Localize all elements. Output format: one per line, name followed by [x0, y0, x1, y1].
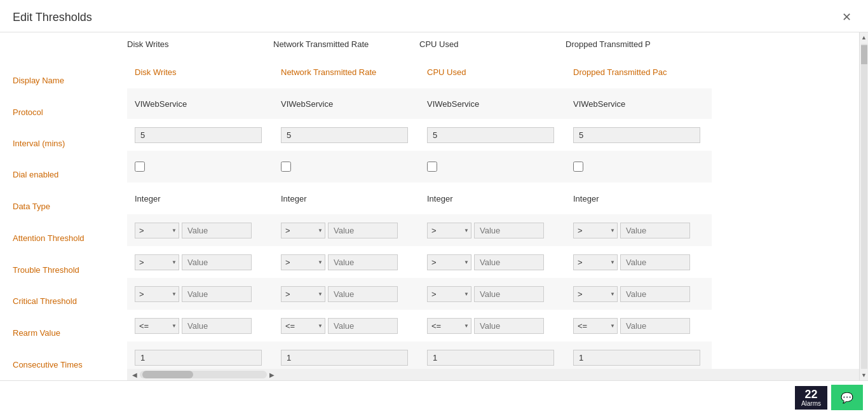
alarms-count: 22	[804, 389, 817, 400]
attention-operator-0[interactable]: >>=<<==!=	[135, 223, 179, 238]
col-header-3: Dropped Transmitted P	[566, 32, 712, 55]
dial-checkbox-1[interactable]	[281, 162, 291, 172]
table-cell[interactable]: >>=<<==!=	[127, 278, 273, 310]
attention-value-0[interactable]	[182, 223, 252, 238]
table-cell[interactable]	[273, 342, 419, 369]
table-cell[interactable]	[566, 151, 712, 183]
interval-input-0[interactable]	[135, 127, 262, 143]
rearm-operator-0[interactable]: <=<>>==!=	[135, 318, 179, 334]
critical-operator-0[interactable]: >>=<<==!=	[135, 286, 179, 302]
table-cell[interactable]	[419, 119, 566, 151]
horizontal-scrollbar[interactable]: ◀ ▶	[127, 369, 859, 380]
col-header-0: Disk Writes	[127, 32, 273, 55]
rearm-operator-3[interactable]: <=<>>==!=	[573, 318, 618, 334]
dial-checkbox-2[interactable]	[427, 162, 437, 172]
consecutive-input-3[interactable]	[573, 350, 700, 366]
table-cell[interactable]: >>=<<==!=	[127, 246, 273, 278]
trouble-value-1[interactable]	[328, 254, 398, 270]
critical-operator-3[interactable]: >>=<<==!=	[573, 286, 618, 302]
table-cell[interactable]: >>=<<==!=	[566, 214, 712, 246]
table-cell[interactable]: >>=<<==!=	[273, 246, 419, 278]
table-cell[interactable]: <=<>>==!=	[566, 310, 712, 342]
v-scroll-thumb[interactable]	[861, 45, 867, 64]
table-cell[interactable]	[419, 151, 566, 183]
table-cell[interactable]	[127, 151, 273, 183]
attention-operator-1[interactable]: >>=<<==!=	[281, 223, 325, 238]
trouble-operator-3[interactable]: >>=<<==!=	[573, 254, 618, 270]
trouble-value-2[interactable]	[474, 254, 544, 270]
scrollbar-track[interactable]	[140, 371, 267, 378]
attention-value-3[interactable]	[620, 223, 690, 238]
attention-operator-2[interactable]: >>=<<==!=	[427, 223, 471, 238]
interval-input-1[interactable]	[281, 127, 408, 143]
table-cell[interactable]: >>=<<==!=	[273, 278, 419, 310]
scroll-up-arrow[interactable]: ▲	[861, 32, 867, 43]
consecutive-input-0[interactable]	[135, 350, 262, 366]
interval-input-2[interactable]	[427, 127, 554, 143]
rearm-operator-1[interactable]: <=<>>==!=	[281, 318, 325, 334]
table-cell[interactable]	[127, 342, 273, 369]
attention-operator-3[interactable]: >>=<<==!=	[573, 223, 618, 238]
table-cell: Integer	[566, 183, 712, 214]
critical-value-3[interactable]	[620, 286, 690, 302]
table-cell[interactable]	[419, 342, 566, 369]
table-wrapper: Disk WritesNetwork Transmitted RateCPU U…	[127, 32, 859, 369]
table-cell[interactable]: <=<>>==!=	[419, 310, 566, 342]
trouble-value-0[interactable]	[182, 254, 252, 270]
critical-operator-2[interactable]: >>=<<==!=	[427, 286, 471, 302]
chat-button[interactable]: 💬	[831, 385, 863, 410]
rearm-value-3[interactable]	[620, 318, 690, 334]
critical-value-1[interactable]	[328, 286, 398, 302]
v-scroll-track[interactable]	[861, 44, 867, 369]
rearm-value-1[interactable]	[328, 318, 398, 334]
protocol-2: VIWebService	[427, 99, 479, 109]
protocol-1: VIWebService	[281, 99, 333, 109]
consecutive-input-1[interactable]	[281, 350, 408, 366]
dialog-title: Edit Thresholds	[13, 11, 92, 24]
table-cell[interactable]: >>=<<==!=	[419, 278, 566, 310]
table-scroll[interactable]: Disk WritesNetwork Transmitted RateCPU U…	[127, 32, 859, 369]
attention-value-1[interactable]	[328, 223, 398, 238]
table-cell[interactable]	[566, 342, 712, 369]
table-cell[interactable]: >>=<<==!=	[566, 246, 712, 278]
trouble-value-3[interactable]	[620, 254, 690, 270]
rearm-operator-2[interactable]: <=<>>==!=	[427, 318, 471, 334]
vertical-scrollbar[interactable]: ▲ ▼	[859, 32, 868, 380]
table-cell[interactable]: >>=<<==!=	[127, 214, 273, 246]
table-cell[interactable]: <=<>>==!=	[273, 310, 419, 342]
table-cell[interactable]: >>=<<==!=	[419, 246, 566, 278]
critical-value-2[interactable]	[474, 286, 544, 302]
protocol-3: VIWebService	[573, 99, 625, 109]
dial-checkbox-0[interactable]	[135, 162, 145, 172]
trouble-operator-2[interactable]: >>=<<==!=	[427, 254, 471, 270]
label-display-name: Display Name	[13, 64, 127, 97]
trouble-operator-1[interactable]: >>=<<==!=	[281, 254, 325, 270]
table-cell[interactable]: >>=<<==!=	[273, 214, 419, 246]
label-dial-enabled: Dial enabled	[13, 159, 127, 191]
scroll-down-arrow[interactable]: ▼	[861, 370, 867, 380]
rearm-value-2[interactable]	[474, 318, 544, 334]
table-cell[interactable]: >>=<<==!=	[566, 278, 712, 310]
table-cell[interactable]	[566, 119, 712, 151]
table-cell[interactable]	[273, 119, 419, 151]
table-cell[interactable]: >>=<<==!=	[419, 214, 566, 246]
alarms-badge: 22 Alarms	[795, 386, 827, 410]
attention-value-2[interactable]	[474, 223, 544, 238]
critical-operator-1[interactable]: >>=<<==!=	[281, 286, 325, 302]
scroll-right-arrow[interactable]: ▶	[267, 371, 277, 378]
consecutive-input-2[interactable]	[427, 350, 554, 366]
label-data-type: Data Type	[13, 191, 127, 223]
data-type-0: Integer	[135, 194, 160, 204]
dial-checkbox-3[interactable]	[573, 162, 583, 172]
close-button[interactable]: ✕	[838, 9, 855, 25]
trouble-operator-0[interactable]: >>=<<==!=	[135, 254, 179, 270]
rearm-value-0[interactable]	[182, 318, 252, 334]
table-cell[interactable]	[273, 151, 419, 183]
critical-value-0[interactable]	[182, 286, 252, 302]
scroll-left-arrow[interactable]: ◀	[130, 371, 140, 378]
interval-input-3[interactable]	[573, 127, 700, 143]
table-cell[interactable]: <=<>>==!=	[127, 310, 273, 342]
table-cell[interactable]	[127, 119, 273, 151]
scrollbar-thumb[interactable]	[142, 371, 193, 378]
data-type-3: Integer	[573, 194, 599, 204]
